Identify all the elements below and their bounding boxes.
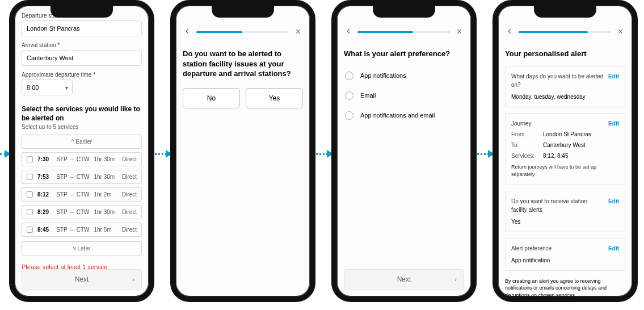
arrow-2-to-3 <box>313 150 333 158</box>
page-title: Your personalised alert <box>505 49 625 59</box>
phone-1: Departure station * Arrival station * Ap… <box>9 0 154 302</box>
service-time: 8:29 <box>37 209 52 215</box>
later-button[interactable]: v Later <box>22 241 142 255</box>
edit-journey[interactable]: Edit <box>608 119 619 128</box>
departure-time-select[interactable]: 8:00 ▾ <box>22 79 73 95</box>
yes-button[interactable]: Yes <box>246 88 303 108</box>
arrival-label: Arrival station * <box>22 42 142 48</box>
service-duration: 1hr 30m <box>94 174 117 180</box>
arrival-station-input[interactable] <box>22 50 142 66</box>
checkbox[interactable] <box>27 227 33 233</box>
service-row[interactable]: 8:45STP→CTW1hr 5mDirect <box>22 223 142 237</box>
select-services-hint: Select up to 5 services <box>22 124 142 130</box>
arrow-1-to-2 <box>152 150 172 158</box>
service-time: 8:45 <box>37 227 52 233</box>
radio[interactable] <box>345 111 353 120</box>
chevron-right-icon: › <box>132 276 134 283</box>
arrow-3-to-4 <box>474 150 494 158</box>
edit-days[interactable]: Edit <box>608 72 619 81</box>
preference-value: App notification <box>511 256 619 265</box>
progress-bar <box>196 31 289 33</box>
service-type: Direct <box>122 227 137 233</box>
select-services-title: Select the services you would like to be… <box>22 104 142 123</box>
question-title: Do you want to be alerted to station fac… <box>183 49 303 79</box>
legal-text: By creating an alert you agree to receiv… <box>505 278 625 296</box>
back-button[interactable] <box>505 27 514 37</box>
next-button[interactable]: Next › <box>22 269 142 290</box>
departure-station-input[interactable] <box>22 20 142 36</box>
service-type: Direct <box>122 209 137 215</box>
option-label: App notifications <box>360 72 406 79</box>
service-row[interactable]: 7:30STP→CTW1hr 30mDirect <box>22 152 142 166</box>
option-label: App notifications and email <box>360 112 435 119</box>
checkbox[interactable] <box>27 156 33 162</box>
next-button[interactable]: Next › <box>344 269 464 290</box>
preference-label: Alert preference <box>511 244 552 253</box>
journey-label: Journey <box>511 119 532 128</box>
option-label: Email <box>360 92 376 99</box>
journey-card: Journey Edit From:London St Pancras To:C… <box>505 113 625 185</box>
close-button[interactable]: × <box>293 26 303 37</box>
service-time: 8:12 <box>37 191 52 198</box>
facility-card: Do you want to receive station facility … <box>505 191 625 232</box>
notch <box>50 5 113 18</box>
radio[interactable] <box>345 91 353 100</box>
service-route: STP→CTW <box>56 174 89 180</box>
notch <box>534 5 596 18</box>
notch <box>212 5 274 18</box>
chevron-right-icon: › <box>454 276 457 283</box>
facility-value: Yes <box>511 217 619 226</box>
departure-time-label: Approximate departure time * <box>22 72 142 78</box>
alert-preference-option[interactable]: Email <box>344 86 464 106</box>
service-time: 7:53 <box>37 174 52 180</box>
back-button[interactable] <box>183 27 192 37</box>
earlier-button[interactable]: ^ Earlier <box>22 135 142 149</box>
service-type: Direct <box>122 156 137 162</box>
journey-from: London St Pancras <box>543 130 619 139</box>
journey-services: 8:12, 8:45 <box>543 152 619 160</box>
service-route: STP→CTW <box>56 156 89 162</box>
checkbox[interactable] <box>27 191 33 198</box>
service-row[interactable]: 8:12STP→CTW1hr 2mDirect <box>22 187 142 202</box>
alert-preference-option[interactable]: App notifications and email <box>344 106 464 125</box>
phone-4: × Your personalised alert What days do y… <box>493 0 638 302</box>
edit-preference[interactable]: Edit <box>608 244 619 253</box>
alert-preference-option[interactable]: App notifications <box>344 66 464 86</box>
service-route: STP→CTW <box>56 209 89 215</box>
phone-2: × Do you want to be alerted to station f… <box>170 0 315 302</box>
service-route: STP→CTW <box>56 191 89 198</box>
service-duration: 1hr 30m <box>94 156 117 162</box>
service-time: 7:30 <box>37 156 52 162</box>
arrow-right-icon: → <box>69 156 75 162</box>
progress-bar <box>519 31 611 33</box>
checkbox[interactable] <box>27 209 33 215</box>
days-value: Monday, tuesday, wednesday <box>511 93 619 101</box>
days-card: What days do you want to be alerted on? … <box>505 66 625 107</box>
service-duration: 1hr 5m <box>94 227 117 233</box>
radio[interactable] <box>345 72 353 80</box>
question-title: What is your alert preference? <box>344 49 464 59</box>
service-row[interactable]: 8:29STP→CTW1hr 30mDirect <box>22 205 142 219</box>
departure-time-value: 8:00 <box>27 84 39 91</box>
journey-to: Canterbury West <box>543 141 619 149</box>
preference-card: Alert preference Edit App notification <box>505 238 625 271</box>
service-row[interactable]: 7:53STP→CTW1hr 30mDirect <box>22 170 142 184</box>
close-button[interactable]: × <box>616 26 625 37</box>
facility-label: Do you want to receive station facility … <box>511 197 604 214</box>
progress-bar <box>357 31 450 33</box>
notch <box>373 5 435 18</box>
checkbox[interactable] <box>27 174 33 180</box>
service-duration: 1hr 2m <box>94 191 117 198</box>
service-duration: 1hr 30m <box>94 209 117 215</box>
service-type: Direct <box>122 191 137 198</box>
no-button[interactable]: No <box>183 88 240 108</box>
service-type: Direct <box>122 174 137 180</box>
journey-note: Return journeys will have to be set up s… <box>511 164 619 179</box>
arrow-right-icon: → <box>69 191 75 198</box>
phone-3: × What is your alert preference? App not… <box>331 0 477 302</box>
back-button[interactable] <box>344 27 353 37</box>
chevron-down-icon: ▾ <box>65 85 68 91</box>
arrow-right-icon: → <box>69 174 75 180</box>
close-button[interactable]: × <box>454 26 464 37</box>
edit-facility[interactable]: Edit <box>608 197 619 206</box>
